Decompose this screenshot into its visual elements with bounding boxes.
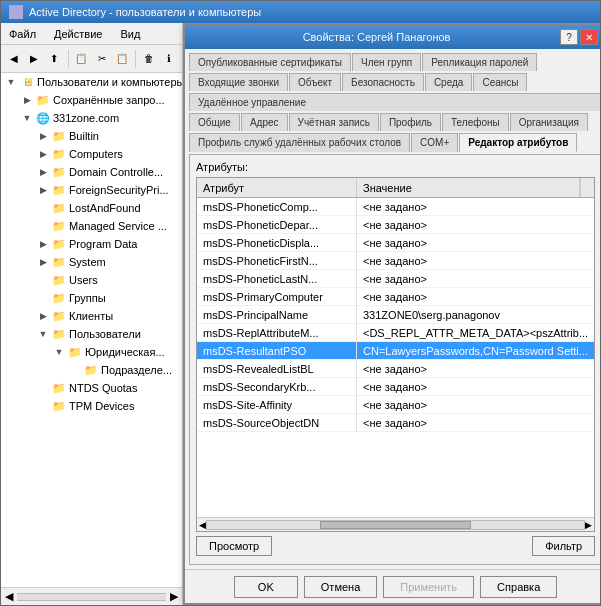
table-row[interactable]: msDS-PhoneticLastN... <не задано> xyxy=(197,270,594,288)
toolbar-paste-btn[interactable]: 📋 xyxy=(113,48,131,70)
attr-val-11: <не задано> xyxy=(357,396,594,413)
hscroll-track[interactable] xyxy=(206,520,585,530)
tab-general[interactable]: Общие xyxy=(189,113,240,131)
tree-item-podrazd[interactable]: 📁 Подразделе... xyxy=(1,361,182,379)
tree-item-dc[interactable]: ▶ 📁 Domain Controlle... xyxy=(1,163,182,181)
col-header-value[interactable]: Значение xyxy=(357,178,580,197)
toolbar-cut-btn[interactable]: ✂ xyxy=(93,48,111,70)
tree-clients-label: Клиенты xyxy=(69,310,113,322)
tree-item-clients[interactable]: ▶ 📁 Клиенты xyxy=(1,307,182,325)
table-row[interactable]: msDS-RevealedListBL <не задано> xyxy=(197,360,594,378)
table-row-selected[interactable]: msDS-ResultantPSO CN=LawyersPasswords,CN… xyxy=(197,342,594,360)
tree-item-yurid[interactable]: ▼ 📁 Юридическая... xyxy=(1,343,182,361)
tree-item-ntds[interactable]: 📁 NTDS Quotas xyxy=(1,379,182,397)
tab-attreditor[interactable]: Редактор атрибутов xyxy=(459,133,577,152)
outer-window: Active Directory - пользователи и компью… xyxy=(0,0,601,606)
menu-file[interactable]: Файл xyxy=(5,26,40,42)
tree-item-331zone[interactable]: ▼ 🌐 331zone.com xyxy=(1,109,182,127)
tree-root-label: Пользователи и компьютеры xyxy=(37,76,182,88)
horizontal-scrollbar[interactable]: ◀ ▶ xyxy=(197,517,594,531)
tree-users-label: Users xyxy=(69,274,98,286)
tab-rdprofile[interactable]: Профиль служб удалённых рабочих столов xyxy=(189,133,410,152)
tree-ntds-expander xyxy=(35,380,51,396)
table-row[interactable]: msDS-PrincipalName 331ZONE0\serg.panagon… xyxy=(197,306,594,324)
menu-action[interactable]: Действие xyxy=(50,26,106,42)
tab-com[interactable]: COM+ xyxy=(411,133,458,152)
tab-address[interactable]: Адрес xyxy=(241,113,288,131)
tree-item-system[interactable]: ▶ 📁 System xyxy=(1,253,182,271)
tab-memberof[interactable]: Член групп xyxy=(352,53,421,71)
hscroll-left-btn[interactable]: ◀ xyxy=(199,520,206,530)
attr-val-10: <не задано> xyxy=(357,378,594,395)
hscroll-thumb[interactable] xyxy=(320,521,471,529)
tree-item-groups[interactable]: 📁 Группы xyxy=(1,289,182,307)
tree-item-builtin[interactable]: ▶ 📁 Builtin xyxy=(1,127,182,145)
tab-object[interactable]: Объект xyxy=(289,73,341,91)
tree-groups-label: Группы xyxy=(69,292,106,304)
table-row[interactable]: msDS-ReplAttributeM... <DS_REPL_ATTR_MET… xyxy=(197,324,594,342)
table-row[interactable]: msDS-PhoneticDepar... <не задано> xyxy=(197,216,594,234)
tree-item-tpm[interactable]: 📁 TPM Devices xyxy=(1,397,182,415)
tab-published[interactable]: Опубликованные сертификаты xyxy=(189,53,351,71)
tree-yurid-label: Юридическая... xyxy=(85,346,165,358)
tab-environment[interactable]: Среда xyxy=(425,73,473,91)
tab-security[interactable]: Безопасность xyxy=(342,73,424,91)
attr-name-7: msDS-ReplAttributeM... xyxy=(197,324,357,341)
toolbar-up-btn[interactable]: ⬆ xyxy=(45,48,63,70)
tree-item-managed[interactable]: 📁 Managed Service ... xyxy=(1,217,182,235)
toolbar-delete-btn[interactable]: 🗑 xyxy=(140,48,158,70)
tab-remotemgmt[interactable]: Удалённое управление xyxy=(189,93,600,111)
table-row[interactable]: msDS-Site-Affinity <не задано> xyxy=(197,396,594,414)
help-button[interactable]: Справка xyxy=(480,576,557,598)
tab-profile[interactable]: Профиль xyxy=(380,113,441,131)
tree-users-icon: 📁 xyxy=(51,273,67,287)
toolbar-copy-btn[interactable]: 📋 xyxy=(72,48,90,70)
tree-item-foreignsec[interactable]: ▶ 📁 ForeignSecurityPri... xyxy=(1,181,182,199)
tree-dc-expander: ▶ xyxy=(35,164,51,180)
attr-name-10: msDS-SecondaryKrb... xyxy=(197,378,357,395)
tree-dc-label: Domain Controlle... xyxy=(69,166,163,178)
tree-item-polzovatel[interactable]: ▼ 📁 Пользователи xyxy=(1,325,182,343)
tab-organization[interactable]: Организация xyxy=(510,113,588,131)
dialog-help-btn[interactable]: ? xyxy=(560,29,578,45)
attr-val-6: 331ZONE0\serg.panagonov xyxy=(357,306,594,323)
tab-replication[interactable]: Репликация паролей xyxy=(422,53,537,71)
attr-name-5: msDS-PrimaryComputer xyxy=(197,288,357,305)
col-header-attr[interactable]: Атрибут xyxy=(197,178,357,197)
attr-val-4: <не задано> xyxy=(357,270,594,287)
view-button[interactable]: Просмотр xyxy=(196,536,272,556)
cancel-button[interactable]: Отмена xyxy=(304,576,377,598)
toolbar-back-btn[interactable]: ◀ xyxy=(5,48,23,70)
tree-item-lostandfound[interactable]: 📁 LostAndFound xyxy=(1,199,182,217)
filter-button[interactable]: Фильтр xyxy=(532,536,595,556)
ok-button[interactable]: OK xyxy=(234,576,298,598)
table-row[interactable]: msDS-PhoneticComp... <не задано> xyxy=(197,198,594,216)
toolbar-forward-btn[interactable]: ▶ xyxy=(25,48,43,70)
attr-table-body[interactable]: msDS-PhoneticComp... <не задано> msDS-Ph… xyxy=(197,198,594,517)
tab-sessions[interactable]: Сеансы xyxy=(473,73,527,91)
toolbar-info-btn[interactable]: ℹ xyxy=(160,48,178,70)
tab-incalls[interactable]: Входящие звонки xyxy=(189,73,288,91)
apply-button[interactable]: Применить xyxy=(383,576,474,598)
tree-item-computers[interactable]: ▶ 📁 Computers xyxy=(1,145,182,163)
tree-root-icon: 🖥 xyxy=(19,75,35,89)
tree-programdata-expander: ▶ xyxy=(35,236,51,252)
menu-view[interactable]: Вид xyxy=(116,26,144,42)
hscroll-right-btn[interactable]: ▶ xyxy=(585,520,592,530)
tree-managed-label: Managed Service ... xyxy=(69,220,167,232)
tab-phones[interactable]: Телефоны xyxy=(442,113,509,131)
tree-item-programdata[interactable]: ▶ 📁 Program Data xyxy=(1,235,182,253)
table-row[interactable]: msDS-SecondaryKrb... <не задано> xyxy=(197,378,594,396)
tree-container[interactable]: ▼ 🖥 Пользователи и компьютеры ▶ 📁 Сохран… xyxy=(1,73,182,587)
tree-item-users[interactable]: 📁 Users xyxy=(1,271,182,289)
dialog-close-btn[interactable]: ✕ xyxy=(580,29,598,45)
tree-tpm-expander xyxy=(35,398,51,414)
dialog-title-bar: Свойства: Сергей Панагонов ? ✕ xyxy=(185,25,600,49)
tab-account[interactable]: Учётная запись xyxy=(289,113,379,131)
table-row[interactable]: msDS-PhoneticDispla... <не задано> xyxy=(197,234,594,252)
table-row[interactable]: msDS-PhoneticFirstN... <не задано> xyxy=(197,252,594,270)
tree-root[interactable]: ▼ 🖥 Пользователи и компьютеры xyxy=(1,73,182,91)
tree-item-saved[interactable]: ▶ 📁 Сохранённые запро... xyxy=(1,91,182,109)
table-row[interactable]: msDS-SourceObjectDN <не задано> xyxy=(197,414,594,432)
table-row[interactable]: msDS-PrimaryComputer <не задано> xyxy=(197,288,594,306)
